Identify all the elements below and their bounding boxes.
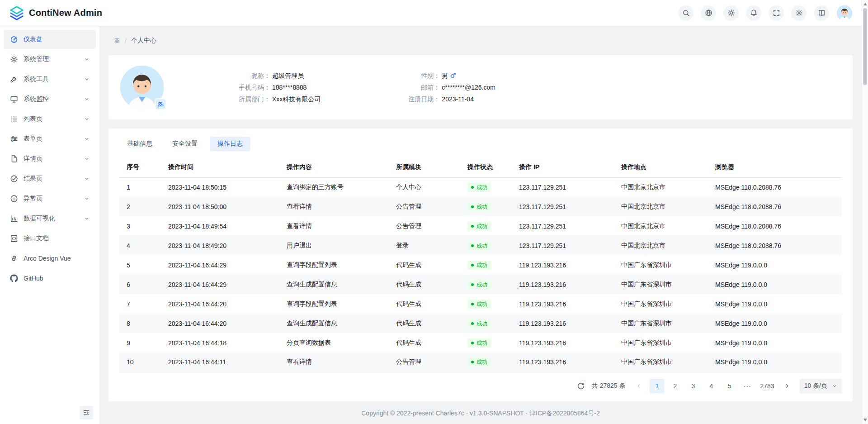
app-header: ContiNew Admin: [0, 0, 862, 26]
table-cell: 1: [119, 177, 161, 197]
theme-button[interactable]: [723, 5, 739, 21]
table-row: 92023-11-04 16:44:18分页查询数据表代码生成成功119.123…: [119, 333, 842, 353]
column-header: 操作状态: [460, 157, 512, 177]
page-button-3[interactable]: 3: [686, 379, 700, 393]
app-title: ContiNew Admin: [29, 8, 102, 18]
page-button-4[interactable]: 4: [704, 379, 718, 393]
sidebar-item-system-management[interactable]: 系统管理: [4, 50, 96, 69]
sidebar-item-list-pages[interactable]: 列表页: [4, 110, 96, 129]
chevron-down-icon: [84, 76, 90, 82]
field-value: 超级管理员: [272, 71, 304, 80]
sidebar-item-arco-design-vue[interactable]: Arco Design Vue: [4, 249, 96, 268]
status-badge: 成功: [467, 202, 491, 211]
table-row: 82023-11-04 16:44:20查询生成配置信息代码生成成功119.12…: [119, 314, 842, 333]
table-header-row: 序号操作时间操作内容所属模块操作状态操作 IP操作地点浏览器: [119, 157, 842, 177]
collapse-icon: [83, 409, 90, 416]
page-size-select[interactable]: 10 条/页: [800, 379, 842, 393]
fullscreen-button[interactable]: [769, 5, 784, 21]
column-header: 操作 IP: [512, 157, 614, 177]
sidebar-item-system-monitor[interactable]: 系统监控: [4, 90, 96, 109]
table-cell: MSEdge 118.0.2088.76: [708, 197, 842, 216]
table-row: 52023-11-04 16:44:29查询字段配置列表代码生成成功119.12…: [119, 255, 842, 275]
page-button-2783[interactable]: 2783: [758, 379, 776, 393]
table-cell: 查看详情: [279, 197, 389, 216]
chevron-down-icon: [84, 57, 90, 62]
table-row: 72023-11-04 16:44:20查询字段配置列表代码生成成功119.12…: [119, 294, 842, 314]
table-cell: 119.123.193.216: [512, 275, 614, 294]
scrollbar-up-arrow-icon[interactable]: [863, 3, 867, 5]
page-button-2[interactable]: 2: [668, 379, 682, 393]
table-cell: 2023-11-04 16:44:11: [161, 353, 279, 372]
field-label: 注册日期：: [393, 95, 440, 104]
sidebar-item-data-visualization[interactable]: 数据可视化: [4, 209, 96, 228]
settings-button[interactable]: [791, 5, 807, 21]
sidebar-item-system-tools[interactable]: 系统工具: [4, 70, 96, 89]
user-avatar-button[interactable]: [836, 5, 853, 21]
tab-basic-info[interactable]: 基础信息: [119, 137, 160, 151]
table-cell: 代码生成: [389, 275, 460, 294]
sidebar-item-result-pages[interactable]: 结果页: [4, 169, 96, 188]
table-cell: 中国北京北京市: [614, 177, 708, 197]
chevron-down-icon: [84, 96, 90, 102]
chart-icon: [10, 214, 18, 223]
page-button-5[interactable]: 5: [722, 379, 736, 393]
change-avatar-button[interactable]: [155, 98, 166, 110]
table-cell: 10: [119, 353, 161, 372]
translate-button[interactable]: [701, 5, 716, 21]
app-root: ContiNew Admin 仪表盘系统管理系统工具系统监控列表页表单页详情页结…: [0, 0, 868, 424]
status-badge: 成功: [467, 261, 491, 270]
sidebar-item-dashboard[interactable]: 仪表盘: [4, 30, 96, 49]
apps-grid-icon[interactable]: [114, 38, 120, 44]
scrollbar-thumb[interactable]: [863, 8, 867, 85]
table-cell: 成功: [460, 294, 512, 314]
field-department: 所属部门： Xxx科技有限公司: [223, 95, 321, 104]
prev-page-button[interactable]: [632, 379, 646, 393]
sidebar-item-form-pages[interactable]: 表单页: [4, 129, 96, 148]
tab-operation-log[interactable]: 操作日志: [210, 137, 250, 151]
field-value: 2023-11-04: [442, 95, 474, 104]
table-cell: 成功: [460, 255, 512, 275]
search-button[interactable]: [678, 5, 693, 21]
status-dot-icon: [471, 264, 474, 267]
sidebar-item-exception-pages[interactable]: 异常页: [4, 189, 96, 208]
refresh-button[interactable]: [575, 380, 587, 392]
table-cell: 查询生成配置信息: [279, 314, 389, 333]
book-icon: [818, 9, 826, 17]
sidebar-item-label: 仪表盘: [24, 35, 90, 43]
status-dot-icon: [471, 303, 474, 305]
breadcrumb: / 个人中心: [108, 26, 853, 55]
vertical-scrollbar[interactable]: [862, 0, 868, 424]
next-page-button[interactable]: [780, 379, 794, 393]
field-value: 男: [442, 71, 456, 80]
chevron-left-icon: [636, 383, 642, 389]
sidebar-item-label: 详情页: [24, 155, 79, 163]
profile-card: 昵称： 超级管理员 性别： 男 手机号码： 188****8888 邮箱： c: [108, 55, 853, 119]
table-cell: 成功: [460, 275, 512, 294]
table-cell: 2: [119, 197, 161, 216]
page-ellipsis: ···: [740, 379, 755, 393]
table-cell: 3: [119, 216, 161, 236]
tab-security-settings[interactable]: 安全设置: [165, 137, 205, 151]
logo-area[interactable]: ContiNew Admin: [9, 5, 102, 21]
notifications-button[interactable]: [746, 5, 761, 21]
table-cell: 2023-11-04 18:49:54: [161, 216, 279, 236]
table-cell: MSEdge 118.0.2088.76: [708, 236, 842, 255]
status-badge: 成功: [467, 357, 491, 367]
scrollbar-down-arrow-icon[interactable]: [863, 419, 867, 421]
column-header: 操作内容: [279, 157, 389, 177]
sidebar-item-label: 异常页: [24, 195, 79, 203]
sidebar-collapse-button[interactable]: [80, 406, 93, 419]
sidebar-item-api-docs[interactable]: 接口文档: [4, 229, 96, 248]
status-badge: 成功: [467, 338, 491, 348]
sidebar-item-label: 数据可视化: [24, 214, 79, 223]
table-cell: 个人中心: [389, 177, 460, 197]
table-cell: 2023-11-04 16:44:20: [161, 294, 279, 314]
page-button-1[interactable]: 1: [650, 379, 664, 393]
sidebar-item-github[interactable]: GitHub: [4, 269, 96, 288]
docs-button[interactable]: [814, 5, 829, 21]
sidebar-item-detail-pages[interactable]: 详情页: [4, 149, 96, 168]
table-cell: 登录: [389, 236, 460, 255]
table-row: 42023-11-04 18:49:20用户退出登录成功123.117.129.…: [119, 236, 842, 255]
table-cell: 中国北京北京市: [614, 236, 708, 255]
field-label: 性别：: [393, 71, 440, 80]
